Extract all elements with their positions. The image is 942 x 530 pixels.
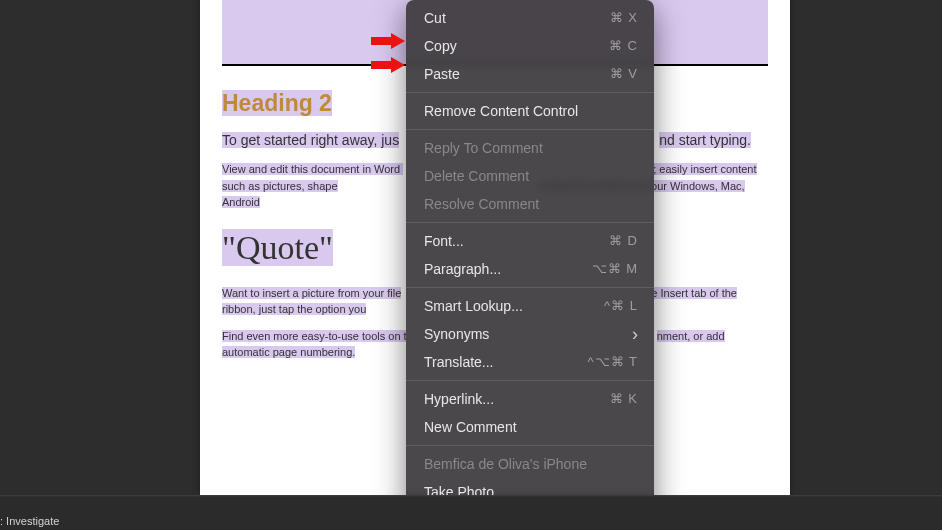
menu-hyperlink[interactable]: Hyperlink... ⌘ K (406, 385, 654, 413)
menu-delete-comment: Delete Comment (406, 162, 654, 190)
menu-cut[interactable]: Cut ⌘ X (406, 4, 654, 32)
menu-copy-shortcut: ⌘ C (609, 36, 638, 56)
menu-copy[interactable]: Copy ⌘ C (406, 32, 654, 60)
annotation-arrow-paste (371, 57, 405, 73)
menu-separator (406, 129, 654, 130)
menu-paste-shortcut: ⌘ V (610, 64, 638, 84)
menu-font[interactable]: Font... ⌘ D (406, 227, 654, 255)
menu-paragraph[interactable]: Paragraph... ⌥⌘ M (406, 255, 654, 283)
heading-2-text: Heading 2 (222, 90, 332, 116)
menu-remove-content-control[interactable]: Remove Content Control (406, 97, 654, 125)
menu-paste-label: Paste (424, 64, 460, 84)
menu-paste[interactable]: Paste ⌘ V (406, 60, 654, 88)
menu-resolve-comment: Resolve Comment (406, 190, 654, 218)
menu-reply-to-comment: Reply To Comment (406, 134, 654, 162)
menu-separator (406, 445, 654, 446)
menu-separator (406, 92, 654, 93)
status-bar-text: : Investigate (0, 515, 59, 527)
menu-cut-shortcut: ⌘ X (610, 8, 638, 28)
screenshot-canvas: Heading 2 To get started right away, jus… (0, 0, 942, 530)
context-menu: Cut ⌘ X Copy ⌘ C Paste ⌘ V Remove Conten… (406, 0, 654, 530)
menu-separator (406, 287, 654, 288)
menu-copy-label: Copy (424, 36, 457, 56)
menu-separator (406, 380, 654, 381)
menu-device-header: Bemfica de Oliva's iPhone (406, 450, 654, 478)
menu-cut-label: Cut (424, 8, 446, 28)
menu-smart-lookup[interactable]: Smart Lookup... ^⌘ L (406, 292, 654, 320)
status-bar: : Investigate (0, 495, 942, 530)
menu-synonyms[interactable]: Synonyms (406, 320, 654, 348)
menu-translate[interactable]: Translate... ^⌥⌘ T (406, 348, 654, 376)
menu-separator (406, 222, 654, 223)
menu-new-comment[interactable]: New Comment (406, 413, 654, 441)
annotation-arrow-copy (371, 33, 405, 49)
